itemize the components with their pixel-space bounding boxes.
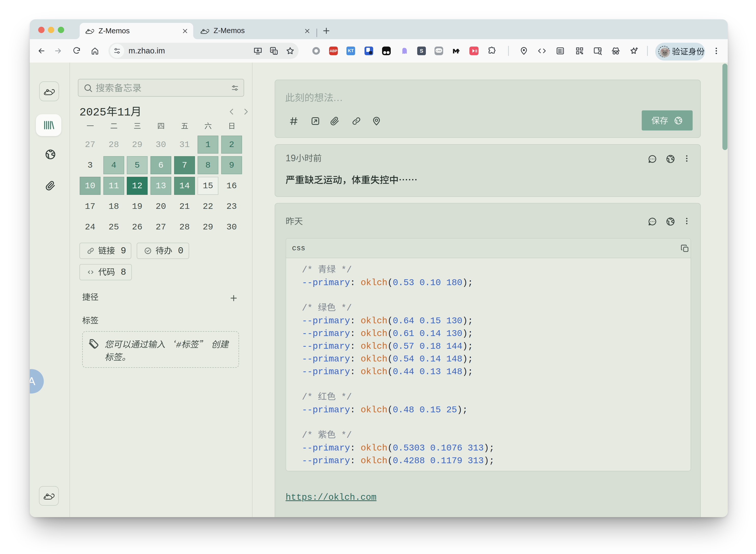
svg-text:文: 文 (273, 51, 277, 54)
